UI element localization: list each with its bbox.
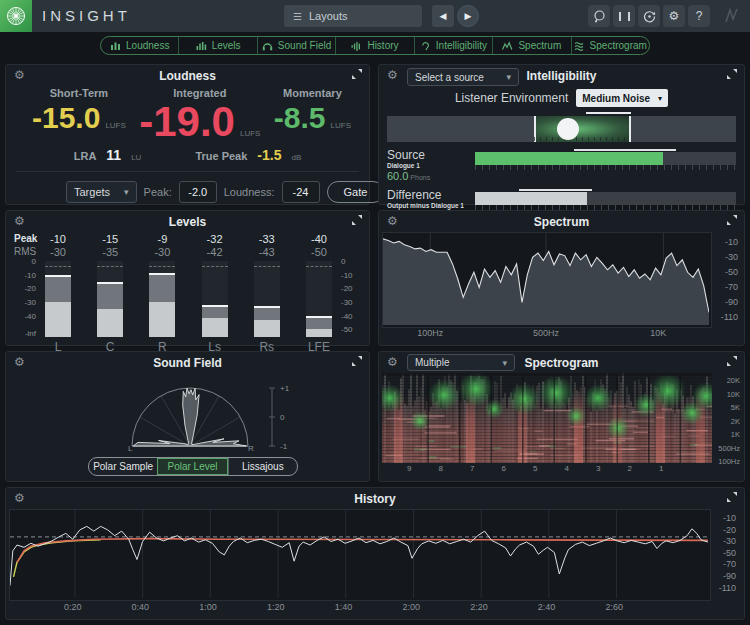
tab-intelligibility[interactable]: Intelligibility: [414, 37, 492, 54]
listener-environment-dropdown[interactable]: Medium Noise▾: [576, 89, 668, 107]
meter-sub-label: Dialogue 1: [387, 162, 475, 169]
rms-mid-fill: [306, 318, 332, 330]
spectrogram-x-label: 1: [659, 464, 663, 473]
history-x-label: 1:40: [335, 602, 353, 612]
expand-icon[interactable]: [727, 69, 737, 79]
settings-gear-button[interactable]: ⚙: [663, 5, 685, 27]
expand-icon[interactable]: [727, 215, 737, 225]
history-x-label: 2:20: [470, 602, 488, 612]
levels-right-scale: 0-10-20-30-40-50: [341, 261, 365, 337]
spectrum-y-label: -90: [725, 297, 738, 307]
scale-label: 0: [32, 257, 36, 266]
scale-label: -20: [341, 284, 353, 293]
spectrum-y-label: -30: [725, 252, 738, 262]
loudness-controls: Targets▾ Peak: Loudness: Gate: [6, 172, 369, 203]
scale-label: 0: [341, 257, 345, 266]
tooltip-bubble-icon[interactable]: [588, 5, 610, 27]
loudness-target-label: Loudness:: [224, 186, 275, 198]
peak-target-input[interactable]: [179, 181, 217, 203]
slider-reference-line: [586, 112, 631, 114]
app-title: INSIGHT: [42, 7, 131, 24]
expand-icon[interactable]: [352, 215, 362, 225]
spectrogram-y-label: 100Hz: [718, 457, 740, 466]
insight-logo-icon: [0, 0, 32, 32]
spectrogram-panel-title: Spectrogram: [379, 356, 744, 370]
intelligibility-slider: [387, 116, 736, 142]
spectrum-x-label: 100Hz: [417, 328, 443, 338]
help-icon: ?: [696, 9, 703, 23]
tab-history[interactable]: History: [335, 37, 413, 54]
sound-field-scale-label: +1: [280, 384, 289, 393]
spectrogram-y-label: 5K: [731, 403, 740, 412]
rms-light-fill: [45, 302, 71, 337]
topbar-icon-group: ⚙ ?: [588, 5, 710, 27]
pause-button[interactable]: [613, 5, 635, 27]
meter-sub-label: Output minus Dialogue 1: [387, 202, 475, 209]
tab-label: Sound Field: [278, 40, 331, 51]
tab-label: Loudness: [126, 40, 169, 51]
level-meter: [149, 261, 175, 337]
loudness-target-input[interactable]: [282, 181, 320, 203]
mode-button-polar-level[interactable]: Polar Level: [157, 458, 227, 475]
gate-button[interactable]: Gate: [327, 181, 385, 203]
lra-unit: LU: [131, 153, 141, 162]
expand-icon[interactable]: [352, 356, 362, 366]
peak-value: -9: [157, 233, 167, 246]
momentary-unit: LUFS: [331, 121, 351, 133]
help-button[interactable]: ?: [688, 5, 710, 27]
headroom-dash-line: [45, 266, 71, 267]
peak-row-label: Peak: [14, 233, 37, 246]
spectrogram-x-label: 9: [407, 464, 411, 473]
sync-icon[interactable]: [638, 5, 660, 27]
history-panel: ⚙ History -10-20-30-50-70-90-110 0:200:4…: [5, 487, 745, 620]
history-y-label: -20: [723, 525, 736, 535]
momentary-block: Momentary -8.5LUFS: [274, 87, 351, 141]
rms-mid-fill: [45, 277, 71, 302]
tab-sound-field[interactable]: Sound Field: [257, 37, 335, 54]
rms-value: -30: [154, 246, 170, 259]
expand-icon[interactable]: [727, 356, 737, 366]
history-panel-title: History: [6, 492, 744, 506]
mode-button-lissajous[interactable]: Lissajous: [228, 458, 297, 475]
level-meter: [306, 261, 332, 337]
tab-spectrogram[interactable]: Spectrogram: [571, 37, 649, 54]
tab-loudness[interactable]: Loudness: [101, 37, 178, 54]
corner-label-left: L: [128, 444, 132, 453]
peak-target-label: Peak:: [144, 186, 172, 198]
mode-button-polar-sample[interactable]: Polar Sample: [89, 458, 157, 475]
scale-label: -30: [341, 298, 353, 307]
level-meter: [254, 261, 280, 337]
headroom-dash-line: [254, 266, 280, 267]
rms-mid-fill: [202, 307, 228, 319]
slider-target-zone: [534, 116, 632, 142]
targets-dropdown[interactable]: Targets▾: [66, 181, 137, 203]
history-y-label: -110: [719, 583, 736, 593]
layouts-dropdown[interactable]: ☰Layouts: [284, 5, 422, 27]
scale-label: -inf: [25, 329, 36, 338]
next-layout-button[interactable]: ▶: [457, 5, 479, 27]
spectrum-y-label: -110: [721, 312, 738, 322]
tab-levels[interactable]: Levels: [178, 37, 256, 54]
spectrum-chart: [382, 232, 712, 328]
spectrum-panel-title: Spectrum: [379, 215, 744, 229]
pause-icon: [619, 12, 630, 21]
sound-field-panel: ⚙ Sound Field +10-1LR Polar SamplePolar …: [5, 351, 370, 482]
meter-name: Source: [387, 149, 475, 161]
spectrum-svg: [383, 233, 709, 325]
view-tab-bar: LoudnessLevelsSound FieldHistoryIntellig…: [0, 32, 750, 60]
spectrogram-x-label: 4: [565, 464, 569, 473]
level-meter: [202, 261, 228, 337]
history-x-label: 2:40: [538, 602, 556, 612]
true-peak-unit: dB: [291, 153, 301, 162]
loudness-stats-row: LRA 11 LU True Peak -1.5 dB: [6, 149, 369, 162]
spectrogram-x-label: 5: [533, 464, 537, 473]
prev-layout-button[interactable]: ◀: [432, 5, 454, 27]
expand-icon[interactable]: [352, 69, 362, 79]
tab-spectrum[interactable]: Spectrum: [492, 37, 570, 54]
levels-row-labels: Peak RMS: [14, 233, 37, 259]
expand-icon[interactable]: [727, 492, 737, 502]
meter-fill: [475, 152, 663, 165]
spectrum-y-label: -70: [725, 282, 738, 292]
meter-value-number: 60.0: [387, 170, 408, 182]
rms-value: -35: [102, 246, 118, 259]
